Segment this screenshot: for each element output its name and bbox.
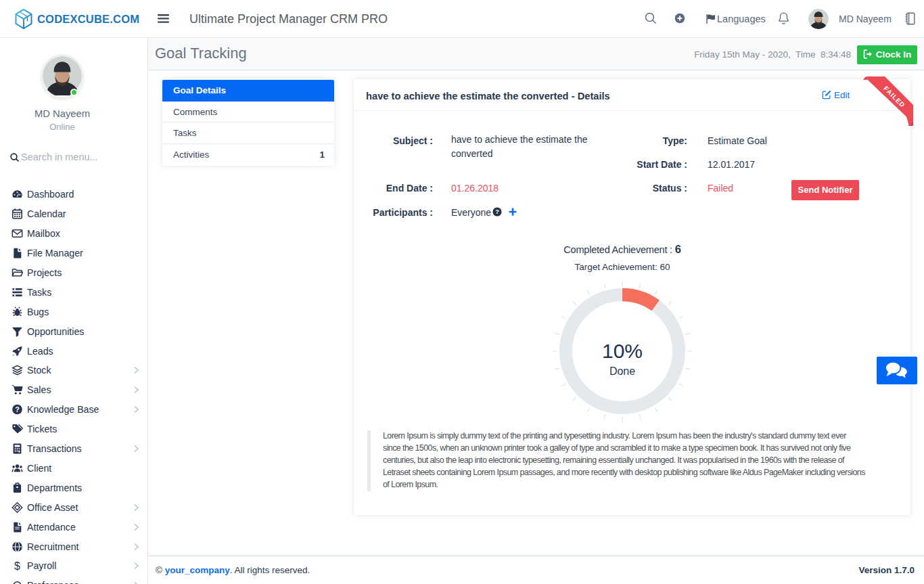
svg-text:$: $ [14, 560, 20, 572]
svg-text:?: ? [495, 208, 499, 215]
svg-text:?: ? [15, 405, 19, 413]
